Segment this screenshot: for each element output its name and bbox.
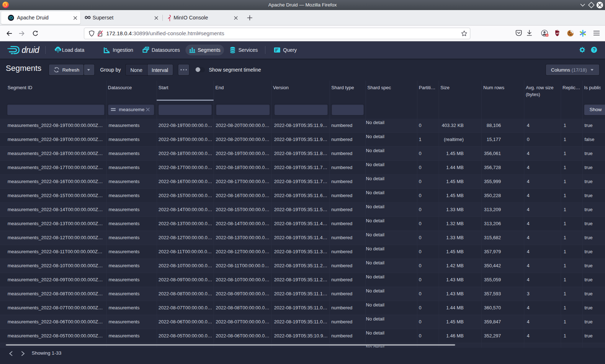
svg-text:uO: uO [556,32,560,35]
svg-text:?: ? [593,47,596,53]
